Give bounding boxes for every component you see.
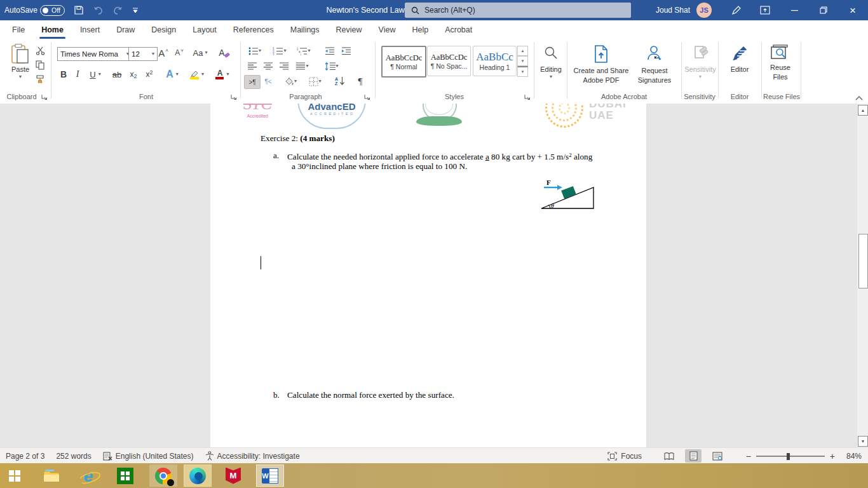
styles-scroll-down[interactable]: ▾ bbox=[517, 56, 528, 66]
reuse-files-button[interactable]: Reuse Files bbox=[763, 44, 798, 82]
tab-design[interactable]: Design bbox=[143, 20, 184, 39]
bullets-button[interactable]: ▾ bbox=[245, 44, 264, 57]
tab-references[interactable]: References bbox=[225, 20, 282, 39]
bold-button[interactable]: B bbox=[57, 67, 70, 81]
undo-button[interactable] bbox=[88, 0, 108, 20]
tab-view[interactable]: View bbox=[370, 20, 404, 39]
style-normal[interactable]: AaBbCcDc ¶ Normal bbox=[381, 46, 426, 78]
italic-button[interactable]: I bbox=[72, 67, 83, 81]
zoom-slider[interactable] bbox=[756, 452, 825, 460]
scrollbar-thumb[interactable] bbox=[858, 234, 868, 288]
internet-explorer-button[interactable]: e bbox=[74, 463, 103, 488]
show-hide-marks-button[interactable]: ¶ bbox=[352, 75, 369, 88]
zoom-control[interactable]: − + bbox=[746, 451, 835, 461]
clipboard-dialog-launcher[interactable] bbox=[41, 93, 48, 100]
font-name-select[interactable]: Times New Roma ▾ bbox=[57, 47, 132, 61]
style-no-spacing[interactable]: AaBbCcDc ¶ No Spac... bbox=[427, 46, 471, 76]
ltr-direction-button[interactable]: >¶ bbox=[244, 75, 261, 89]
zoom-in-button[interactable]: + bbox=[830, 451, 835, 461]
close-button[interactable]: × bbox=[839, 0, 867, 20]
tab-layout[interactable]: Layout bbox=[184, 20, 225, 39]
paste-dropdown-icon[interactable]: ▾ bbox=[19, 74, 22, 79]
styles-more-button[interactable]: ▾ bbox=[517, 66, 528, 77]
print-layout-button[interactable] bbox=[685, 449, 702, 463]
tab-draw[interactable]: Draw bbox=[108, 20, 143, 39]
format-painter-button[interactable] bbox=[33, 72, 47, 85]
quick-access-customize-button[interactable] bbox=[128, 0, 143, 20]
proofing-status[interactable]: English (United States) bbox=[97, 448, 200, 464]
copy-button[interactable] bbox=[33, 58, 47, 71]
multilevel-list-button[interactable]: 1ai ▾ bbox=[293, 44, 315, 57]
cut-button[interactable] bbox=[33, 44, 47, 57]
page-indicator[interactable]: Page 2 of 3 bbox=[0, 448, 50, 464]
tab-review[interactable]: Review bbox=[328, 20, 370, 39]
align-left-button[interactable] bbox=[245, 60, 259, 72]
vertical-scrollbar[interactable]: ▲ ▼ bbox=[857, 104, 868, 447]
grow-font-button[interactable]: A˄ bbox=[156, 46, 171, 60]
style-heading1[interactable]: AaBbCc Heading 1 bbox=[473, 46, 517, 76]
subscript-button[interactable]: x2 bbox=[126, 67, 140, 81]
read-mode-button[interactable] bbox=[661, 449, 677, 463]
zoom-slider-thumb[interactable] bbox=[787, 453, 790, 460]
tab-acrobat[interactable]: Acrobat bbox=[437, 20, 480, 39]
restore-button[interactable] bbox=[810, 0, 837, 20]
word-count[interactable]: 252 words bbox=[50, 448, 97, 464]
line-spacing-button[interactable]: ▾ bbox=[321, 60, 342, 72]
paste-button[interactable]: Paste ▾ bbox=[5, 43, 36, 79]
underline-button[interactable]: U ▾ bbox=[85, 67, 105, 81]
editing-button[interactable]: Editing ▾ bbox=[538, 46, 564, 79]
styles-dialog-launcher[interactable] bbox=[524, 93, 531, 100]
autosave-toggle[interactable]: AutoSave Off bbox=[0, 0, 69, 20]
decrease-indent-button[interactable] bbox=[322, 44, 337, 57]
tab-mailings[interactable]: Mailings bbox=[282, 20, 328, 39]
web-layout-button[interactable] bbox=[709, 449, 726, 463]
minimize-button[interactable] bbox=[780, 0, 808, 20]
inking-button[interactable] bbox=[722, 0, 750, 20]
avatar[interactable]: JS bbox=[696, 3, 712, 18]
highlight-button[interactable]: ▾ bbox=[186, 67, 208, 81]
font-dialog-launcher[interactable] bbox=[230, 93, 237, 100]
document-page[interactable]: STC Accredited AdvancED A C C R E D I T … bbox=[210, 104, 646, 447]
microsoft-store-button[interactable] bbox=[111, 463, 140, 488]
tab-insert[interactable]: Insert bbox=[72, 20, 108, 39]
shrink-font-button[interactable]: A˅ bbox=[172, 46, 186, 60]
chrome-button[interactable] bbox=[149, 463, 178, 488]
zoom-percent[interactable]: 84% bbox=[846, 452, 862, 461]
rtl-direction-button[interactable]: ¶< bbox=[261, 75, 276, 88]
borders-button[interactable]: ▾ bbox=[304, 75, 327, 88]
word-taskbar-button[interactable]: W bbox=[255, 463, 285, 488]
start-button[interactable] bbox=[0, 463, 29, 488]
align-center-button[interactable] bbox=[261, 60, 275, 72]
change-case-button[interactable]: Aa ▾ bbox=[190, 46, 210, 60]
font-size-select[interactable]: 12 ▾ bbox=[128, 47, 158, 61]
tab-file[interactable]: File bbox=[4, 20, 33, 39]
font-color-button[interactable]: A ▾ bbox=[211, 67, 234, 81]
search-box[interactable]: Search (Alt+Q) bbox=[405, 3, 631, 18]
sort-button[interactable]: AZ bbox=[331, 75, 349, 88]
tab-home[interactable]: Home bbox=[33, 20, 72, 39]
paragraph-dialog-launcher[interactable] bbox=[363, 93, 370, 100]
ribbon-display-options-button[interactable] bbox=[751, 0, 779, 20]
create-share-pdf-button[interactable]: Create and Share Adobe PDF bbox=[571, 44, 632, 85]
editor-button[interactable]: Editor bbox=[723, 44, 756, 74]
focus-button[interactable]: Focus bbox=[607, 452, 642, 461]
scroll-up-button[interactable]: ▲ bbox=[858, 105, 868, 116]
shading-button[interactable]: ▾ bbox=[280, 75, 301, 88]
superscript-button[interactable]: x2 bbox=[142, 67, 156, 81]
account-area[interactable]: Joud Shat JS bbox=[656, 0, 712, 20]
file-explorer-button[interactable] bbox=[37, 463, 66, 488]
zoom-out-button[interactable]: − bbox=[746, 451, 751, 461]
tab-help[interactable]: Help bbox=[403, 20, 437, 39]
mcafee-taskbar-button[interactable]: M bbox=[219, 463, 248, 488]
justify-button[interactable]: ▾ bbox=[293, 60, 312, 72]
accessibility-status[interactable]: Accessibility: Investigate bbox=[200, 448, 306, 464]
clear-formatting-button[interactable]: A bbox=[217, 46, 232, 60]
request-signatures-button[interactable]: Request Signatures bbox=[633, 44, 676, 85]
collapse-ribbon-button[interactable] bbox=[855, 95, 863, 100]
scroll-down-button[interactable]: ▼ bbox=[858, 436, 868, 447]
redo-button[interactable] bbox=[108, 0, 128, 20]
save-button[interactable] bbox=[69, 0, 88, 20]
increase-indent-button[interactable] bbox=[339, 44, 354, 57]
edge-button[interactable] bbox=[183, 463, 212, 488]
strikethrough-button[interactable]: ab bbox=[109, 67, 125, 81]
